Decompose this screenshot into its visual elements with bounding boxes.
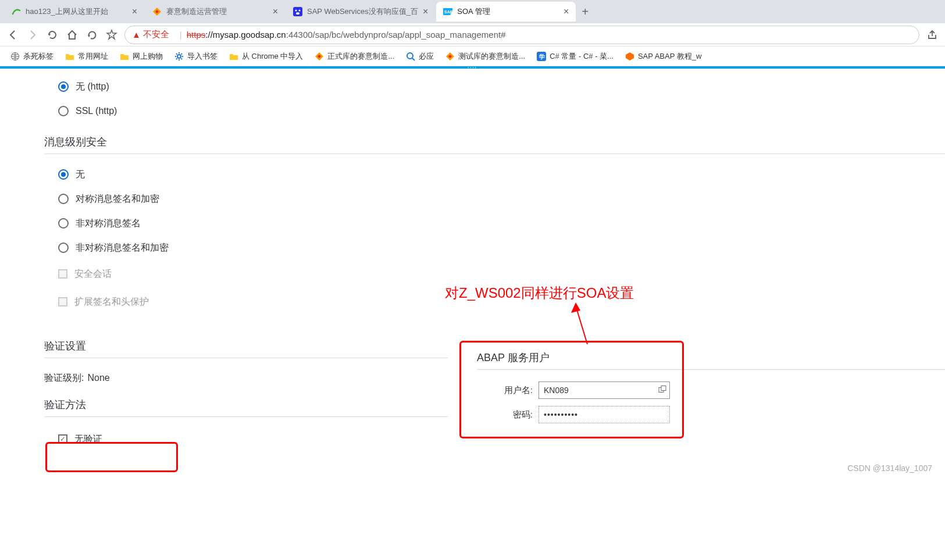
bookmark-label: 必应 <box>419 51 434 62</box>
folder-icon <box>229 52 238 61</box>
bookmark-item[interactable]: 从 Chrome 中导入 <box>224 49 308 64</box>
svg-marker-8 <box>48 34 51 36</box>
bookmark-label: 正式库的赛意制造... <box>327 51 394 62</box>
svg-marker-23 <box>571 302 580 313</box>
svg-text:SAP: SAP <box>444 10 452 14</box>
svg-point-5 <box>296 12 299 15</box>
bookmark-label: 从 Chrome 中导入 <box>242 51 303 62</box>
address-bar[interactable]: ▲ 不安全 | https://mysap.goodsap.cn:44300/s… <box>124 26 919 44</box>
radio-icon <box>58 218 69 229</box>
section-msg-security: 消息级别安全 <box>44 135 945 149</box>
warning-icon: ▲ <box>132 30 141 40</box>
radio-label: 无 <box>76 169 85 181</box>
auth-level-label: 验证级别: <box>44 372 84 384</box>
bookmark-item[interactable]: 杀死标签 <box>6 49 58 64</box>
svg-marker-9 <box>88 35 90 37</box>
radio-icon <box>58 81 69 92</box>
tab-title: hao123_上网从这里开始 <box>26 6 127 17</box>
separator: | <box>180 30 182 40</box>
bookmark-label: 杀死标签 <box>23 51 54 62</box>
svg-point-11 <box>177 55 181 58</box>
close-icon[interactable]: × <box>273 6 278 17</box>
favicon-sap: SAP <box>443 7 452 16</box>
radio-icon <box>58 106 69 116</box>
checkbox-label: 扩展签名和头保护 <box>74 296 149 308</box>
auth-level-value: None <box>87 373 109 383</box>
radio-msgsec-asym[interactable]: 非对称消息签名 <box>58 211 945 236</box>
close-icon[interactable]: × <box>132 6 137 17</box>
svg-point-3 <box>295 10 297 12</box>
app-icon <box>315 52 324 61</box>
globe-icon <box>10 52 20 61</box>
radio-icon <box>58 169 69 180</box>
radio-transport-ssl[interactable]: SSL (http) <box>58 99 945 123</box>
favorite-button[interactable] <box>105 28 119 42</box>
browser-tab-0[interactable]: hao123_上网从这里开始 × <box>5 2 144 22</box>
reload-button[interactable] <box>45 28 59 42</box>
svg-point-14 <box>407 53 413 59</box>
bookmark-item[interactable]: 常用网址 <box>60 49 113 64</box>
annotation-box-abap <box>459 341 684 438</box>
bookmark-label: 常用网址 <box>78 51 108 62</box>
bookmark-item[interactable]: 测试库的赛意制造... <box>441 49 530 64</box>
svg-point-4 <box>299 10 301 12</box>
close-icon[interactable]: × <box>564 6 569 17</box>
bookmark-label: 网上购物 <box>133 51 163 62</box>
auth-level-row: 验证级别: None <box>44 366 448 390</box>
tab-title: SOA 管理 <box>457 6 559 17</box>
forward-button[interactable] <box>26 28 40 42</box>
section-auth-method: 验证方法 <box>44 398 448 412</box>
app-icon: 学 <box>537 52 546 61</box>
search-icon <box>406 52 415 61</box>
svg-line-22 <box>576 306 587 344</box>
radio-msgsec-sym[interactable]: 对称消息签名和加密 <box>58 187 945 211</box>
bookmark-item[interactable]: 网上购物 <box>115 49 167 64</box>
page-content: 无 (http) SSL (http) 消息级别安全 无 对称消息签名和加密 非… <box>0 69 945 476</box>
divider <box>44 154 945 154</box>
bookmark-item[interactable]: 正式库的赛意制造... <box>310 49 399 64</box>
annotation-box-noauth <box>45 442 178 472</box>
svg-marker-19 <box>626 52 634 60</box>
svg-text:学: 学 <box>539 53 545 60</box>
checkbox-label: 安全会话 <box>74 268 112 280</box>
bookmark-label: 导入书签 <box>187 51 217 62</box>
bookmark-item[interactable]: 必应 <box>401 49 438 64</box>
bookmarks-bar: 杀死标签 常用网址 网上购物 导入书签 从 Chrome 中导入 正式库的赛意制… <box>0 47 945 66</box>
bookmark-label: 测试库的赛意制造... <box>458 51 525 62</box>
radio-label: 对称消息签名和加密 <box>76 193 159 205</box>
favicon-baidu <box>293 7 302 16</box>
divider <box>44 358 448 358</box>
browser-toolbar: ▲ 不安全 | https://mysap.goodsap.cn:44300/s… <box>0 23 945 47</box>
browser-tab-strip: hao123_上网从这里开始 × 赛意制造运营管理 × SAP WebServi… <box>0 0 945 23</box>
insecure-label: 不安全 <box>143 29 169 40</box>
share-button[interactable] <box>925 28 939 42</box>
bookmark-item[interactable]: SAP ABAP 教程_w <box>621 49 706 64</box>
radio-label: 无 (http) <box>76 81 109 93</box>
radio-label: SSL (http) <box>76 106 117 116</box>
undo-button[interactable] <box>85 28 99 42</box>
home-button[interactable] <box>65 28 79 42</box>
svg-rect-2 <box>293 7 302 16</box>
radio-icon <box>58 194 69 204</box>
browser-tab-3[interactable]: SAP SOA 管理 × <box>436 2 576 22</box>
new-tab-button[interactable]: + <box>577 3 593 20</box>
browser-tab-1[interactable]: 赛意制造运营管理 × <box>145 2 285 22</box>
back-button[interactable] <box>6 28 20 42</box>
bookmark-item[interactable]: 学C# 常量 - C# - 菜... <box>532 49 618 64</box>
close-icon[interactable]: × <box>423 6 428 17</box>
bookmark-label: SAP ABAP 教程_w <box>638 51 701 62</box>
url-text: https://mysap.goodsap.cn:44300/sap/bc/we… <box>187 30 506 40</box>
browser-tab-2[interactable]: SAP WebServices没有响应值_百 × <box>286 2 435 22</box>
gear-icon <box>174 52 184 61</box>
bookmark-item[interactable]: 导入书签 <box>170 49 222 64</box>
radio-msgsec-asym-enc[interactable]: 非对称消息签名和加密 <box>58 236 945 260</box>
tab-title: SAP WebServices没有响应值_百 <box>307 6 418 17</box>
divider <box>44 416 448 417</box>
radio-transport-none[interactable]: 无 (http) <box>58 74 945 99</box>
folder-icon <box>65 52 74 61</box>
bookmark-label: C# 常量 - C# - 菜... <box>550 51 614 62</box>
checkbox-icon <box>58 297 67 306</box>
favicon-hao123 <box>12 7 21 16</box>
app-icon <box>445 52 455 61</box>
radio-msgsec-none[interactable]: 无 <box>58 162 945 187</box>
